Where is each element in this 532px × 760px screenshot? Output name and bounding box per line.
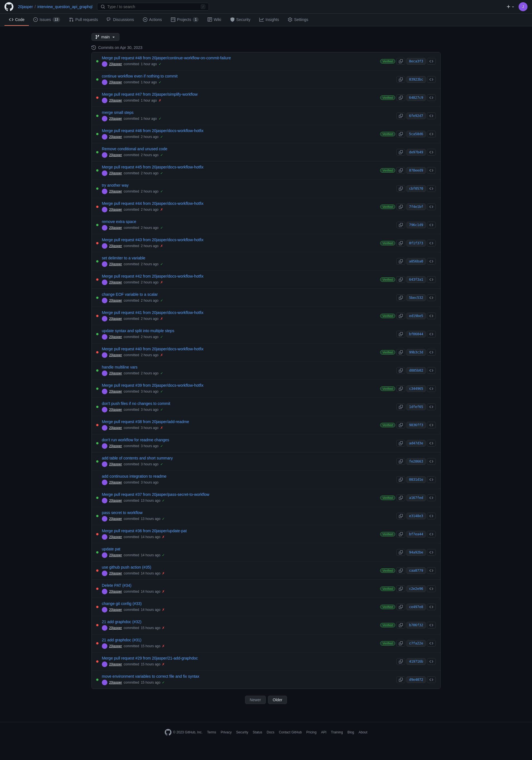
browse-code-button[interactable] bbox=[427, 149, 436, 156]
copy-hash-button[interactable] bbox=[396, 149, 405, 156]
copy-hash-button[interactable] bbox=[396, 76, 405, 83]
commit-hash-link[interactable]: fe28663 bbox=[406, 458, 426, 465]
commit-title-link[interactable]: Merge pull request #38 from 20jasper/add… bbox=[102, 419, 189, 424]
browse-code-button[interactable] bbox=[427, 294, 436, 301]
footer-link[interactable]: Terms bbox=[207, 730, 216, 734]
commit-author[interactable]: 20jasper bbox=[109, 390, 122, 394]
nav-wiki[interactable]: Wiki bbox=[203, 14, 225, 26]
commit-hash-link[interactable]: 1dfef65 bbox=[406, 404, 426, 410]
nav-settings[interactable]: Settings bbox=[283, 14, 313, 26]
commit-hash-link[interactable]: 419716b bbox=[406, 658, 426, 665]
commit-author[interactable]: 20jasper bbox=[109, 153, 122, 157]
commit-hash-link[interactable]: 64827c9 bbox=[406, 94, 426, 101]
copy-hash-button[interactable] bbox=[396, 349, 405, 356]
commit-hash-link[interactable]: ce497e8 bbox=[406, 603, 426, 610]
copy-hash-button[interactable] bbox=[396, 531, 405, 538]
commit-hash-link[interactable]: 0831d1e bbox=[406, 476, 426, 483]
browse-code-button[interactable] bbox=[427, 440, 436, 447]
browse-code-button[interactable] bbox=[427, 585, 436, 592]
older-button[interactable]: Older bbox=[268, 696, 287, 704]
browse-code-button[interactable] bbox=[427, 549, 436, 556]
commit-title-link[interactable]: continue workflow even if nothing to com… bbox=[102, 74, 178, 78]
commit-author[interactable]: 20jasper bbox=[109, 99, 122, 102]
copy-hash-button[interactable] bbox=[396, 294, 405, 301]
copy-hash-button[interactable] bbox=[396, 622, 405, 629]
search-input[interactable] bbox=[108, 5, 199, 9]
commit-title-link[interactable]: handle multiline vars bbox=[102, 365, 138, 369]
commit-title-link[interactable]: Merge pull request #41 from 20jasper/doc… bbox=[102, 310, 203, 315]
browse-code-button[interactable] bbox=[427, 258, 436, 265]
nav-code[interactable]: Code bbox=[5, 14, 29, 26]
newer-button[interactable]: Newer bbox=[245, 696, 266, 704]
commit-hash-link[interactable]: c2e2e96 bbox=[406, 585, 426, 592]
commit-hash-link[interactable]: 5ca58d6 bbox=[406, 131, 426, 137]
browse-code-button[interactable] bbox=[427, 385, 436, 392]
commit-title-link[interactable]: try another way bbox=[102, 183, 129, 187]
browse-code-button[interactable] bbox=[427, 222, 436, 228]
commit-title-link[interactable]: Remove conditional and unused code bbox=[102, 147, 167, 151]
copy-hash-button[interactable] bbox=[396, 131, 405, 137]
commit-title-link[interactable]: merge small steps bbox=[102, 110, 134, 115]
search-bar[interactable]: / bbox=[97, 3, 209, 11]
commit-hash-link[interactable]: e3148e3 bbox=[406, 513, 426, 519]
footer-link[interactable]: Pricing bbox=[306, 730, 317, 734]
commit-hash-link[interactable]: d885b02 bbox=[406, 367, 426, 374]
copy-hash-button[interactable] bbox=[396, 567, 405, 574]
copy-hash-button[interactable] bbox=[396, 167, 405, 174]
commit-title-link[interactable]: Merge pull request #37 from 20jasper/pas… bbox=[102, 492, 209, 497]
commit-hash-link[interactable]: ad47d3e bbox=[406, 440, 426, 447]
browse-code-button[interactable] bbox=[427, 76, 436, 83]
footer-link[interactable]: Security bbox=[236, 730, 248, 734]
browse-code-button[interactable] bbox=[427, 531, 436, 538]
commit-author[interactable]: 20jasper bbox=[109, 444, 122, 448]
commit-author[interactable]: 20jasper bbox=[109, 480, 122, 484]
browse-code-button[interactable] bbox=[427, 676, 436, 683]
commit-title-link[interactable]: update syntax and split into multiple st… bbox=[102, 328, 174, 333]
commit-hash-link[interactable]: cbf0570 bbox=[406, 185, 426, 192]
commit-title-link[interactable]: Merge pull request #40 from 20jasper/doc… bbox=[102, 347, 203, 351]
commit-author[interactable]: 20jasper bbox=[109, 208, 122, 212]
commit-hash-link[interactable]: 5bec532 bbox=[406, 294, 426, 301]
commit-author[interactable]: 20jasper bbox=[109, 371, 122, 375]
commit-title-link[interactable]: Merge pull request #48 from 20jasper/con… bbox=[102, 56, 231, 60]
copy-hash-button[interactable] bbox=[396, 458, 405, 465]
commit-hash-link[interactable]: ed19be5 bbox=[406, 312, 426, 319]
browse-code-button[interactable] bbox=[427, 240, 436, 247]
avatar[interactable]: J bbox=[518, 2, 527, 11]
footer-link[interactable]: Status bbox=[253, 730, 262, 734]
footer-link[interactable]: API bbox=[321, 730, 327, 734]
commit-author[interactable]: 20jasper bbox=[109, 426, 122, 430]
browse-code-button[interactable] bbox=[427, 185, 436, 192]
commit-title-link[interactable]: Merge pull request #29 from 20jasper/21-… bbox=[102, 656, 198, 660]
nav-security[interactable]: Security bbox=[226, 14, 255, 26]
commit-author[interactable]: 20jasper bbox=[109, 226, 122, 230]
browse-code-button[interactable] bbox=[427, 312, 436, 319]
copy-hash-button[interactable] bbox=[396, 331, 405, 338]
nav-actions[interactable]: Actions bbox=[138, 14, 166, 26]
commit-author[interactable]: 20jasper bbox=[109, 626, 122, 630]
browse-code-button[interactable] bbox=[427, 567, 436, 574]
footer-link[interactable]: Contact GitHub bbox=[279, 730, 302, 734]
commit-title-link[interactable]: update pat bbox=[102, 547, 120, 551]
commit-author[interactable]: 20jasper bbox=[109, 644, 122, 648]
browse-code-button[interactable] bbox=[427, 458, 436, 465]
commit-author[interactable]: 20jasper bbox=[109, 353, 122, 357]
commit-hash-link[interactable]: 9836ff3 bbox=[406, 422, 426, 428]
copy-hash-button[interactable] bbox=[396, 258, 405, 265]
browse-code-button[interactable] bbox=[427, 422, 436, 428]
copy-hash-button[interactable] bbox=[396, 422, 405, 428]
commit-author[interactable]: 20jasper bbox=[109, 299, 122, 303]
copy-hash-button[interactable] bbox=[396, 94, 405, 101]
copy-hash-button[interactable] bbox=[396, 276, 405, 283]
browse-code-button[interactable] bbox=[427, 404, 436, 410]
footer-link[interactable]: Training bbox=[331, 730, 343, 734]
new-button[interactable] bbox=[506, 5, 515, 9]
commit-hash-link[interactable]: 796c1d9 bbox=[406, 222, 426, 228]
copy-hash-button[interactable] bbox=[396, 495, 405, 501]
commit-title-link[interactable]: Merge pull request #47 from 20jasper/sim… bbox=[102, 92, 198, 97]
browse-code-button[interactable] bbox=[427, 640, 436, 647]
commit-title-link[interactable]: change git config (#33) bbox=[102, 601, 142, 606]
copy-hash-button[interactable] bbox=[396, 58, 405, 65]
nav-pull-requests[interactable]: Pull requests bbox=[65, 14, 102, 26]
commit-title-link[interactable]: don't push files if no changes to commit bbox=[102, 401, 170, 406]
